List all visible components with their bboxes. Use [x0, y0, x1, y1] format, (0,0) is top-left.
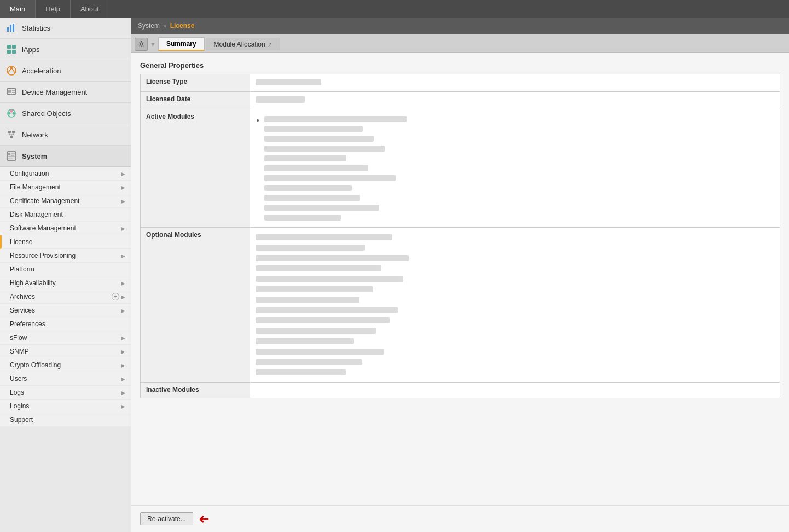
svg-rect-6	[12, 50, 16, 54]
svg-rect-26	[8, 153, 10, 155]
arrow-icon: ▶	[121, 280, 125, 286]
svg-rect-5	[7, 50, 11, 54]
svg-rect-10	[8, 90, 11, 93]
shared-icon	[5, 107, 18, 119]
sidebar-item-device-management[interactable]: Device Management	[0, 82, 131, 103]
shared-objects-label: Shared Objects	[22, 109, 71, 118]
sidebar-item-archives[interactable]: Archives + ▶	[0, 290, 131, 304]
sidebar-item-sflow[interactable]: sFlow ▶	[0, 331, 131, 345]
tab-module-allocation[interactable]: Module Allocation ↗	[206, 38, 280, 50]
tab-summary[interactable]: Summary	[158, 37, 205, 51]
sidebar-item-platform[interactable]: Platform	[0, 263, 131, 276]
arrow-icon: ▶	[121, 390, 125, 396]
svg-rect-18	[8, 131, 11, 133]
active-modules-content	[256, 113, 774, 224]
device-icon	[5, 86, 18, 98]
sidebar-item-snmp[interactable]: SNMP ▶	[0, 345, 131, 358]
table-row-inactive-modules: Inactive Modules	[141, 383, 780, 398]
sidebar-item-configuration[interactable]: Configuration ▶	[0, 167, 131, 181]
optional-modules-content	[256, 231, 774, 379]
sidebar-item-users[interactable]: Users ▶	[0, 372, 131, 386]
table-row-licensed-date: Licensed Date	[141, 92, 780, 109]
arrow-icon: ▶	[121, 335, 125, 341]
table-row-license-type: License Type	[141, 74, 780, 92]
sidebar-item-iapps[interactable]: iApps	[0, 39, 131, 60]
arrow-icon: ▶	[121, 294, 125, 300]
sidebar-item-services[interactable]: Services ▶	[0, 304, 131, 317]
svg-point-31	[140, 43, 143, 45]
license-type-label: License Type	[141, 74, 250, 92]
chart-icon	[5, 22, 18, 34]
properties-table: License Type Licensed Date A	[140, 74, 780, 398]
svg-point-16	[13, 112, 15, 115]
statistics-label: Statistics	[22, 24, 50, 32]
license-type-value	[250, 74, 780, 92]
sidebar-item-crypto-offloading[interactable]: Crypto Offloading ▶	[0, 358, 131, 372]
reactivate-button[interactable]: Re-activate...	[140, 512, 193, 525]
inactive-modules-value	[250, 383, 780, 398]
arrow-icon: ▶	[121, 225, 125, 232]
arrow-icon: ▶	[121, 362, 125, 368]
sidebar-item-logs[interactable]: Logs ▶	[0, 386, 131, 400]
tab-dropdown-arrow[interactable]: ▼	[150, 41, 156, 48]
licensed-date-value	[250, 92, 780, 109]
arrow-icon: ▶	[121, 184, 125, 190]
sidebar-item-statistics[interactable]: Statistics	[0, 18, 131, 39]
svg-rect-2	[13, 24, 14, 32]
top-nav-bar: Main Help About	[0, 0, 789, 18]
system-icon	[5, 150, 18, 162]
gear-button[interactable]	[135, 38, 148, 51]
sidebar-item-resource-provisioning[interactable]: Resource Provisioning ▶	[0, 249, 131, 263]
active-modules-label: Active Modules	[141, 109, 250, 228]
arrow-icon: ▶	[121, 253, 125, 259]
sidebar-item-support[interactable]: Support	[0, 413, 131, 427]
svg-point-8	[10, 67, 13, 69]
arrow-icon: ▶	[121, 376, 125, 382]
sidebar-item-license[interactable]: License	[0, 235, 131, 249]
sidebar-item-file-management[interactable]: File Management ▶	[0, 181, 131, 194]
breadcrumb-parent: System	[138, 22, 160, 30]
svg-rect-20	[10, 136, 13, 138]
main-layout: Statistics iApps Acceleration Device Man…	[0, 18, 789, 532]
sidebar-item-software-management[interactable]: Software Management ▶	[0, 222, 131, 235]
external-link-icon: ↗	[268, 42, 272, 48]
tab-bar: ▼ Summary Module Allocation ↗	[131, 34, 789, 53]
sidebar-item-preferences[interactable]: Preferences	[0, 317, 131, 331]
sidebar-item-certificate-management[interactable]: Certificate Management ▶	[0, 194, 131, 208]
svg-rect-29	[8, 156, 15, 157]
inactive-modules-empty	[256, 386, 774, 395]
sidebar: Statistics iApps Acceleration Device Man…	[0, 18, 131, 532]
svg-rect-0	[7, 27, 9, 32]
licensed-date-blurred	[256, 96, 305, 103]
iapps-label: iApps	[22, 45, 40, 54]
sidebar-system-header[interactable]: System	[0, 146, 131, 167]
nav-tab-help[interactable]: Help	[36, 0, 71, 18]
sidebar-item-acceleration[interactable]: Acceleration	[0, 60, 131, 82]
network-label: Network	[22, 131, 48, 139]
add-circle-icon: +	[112, 293, 119, 300]
active-modules-value	[250, 109, 780, 228]
svg-rect-27	[11, 153, 15, 154]
arrow-indicator: ➜	[199, 511, 210, 527]
iapps-icon	[5, 43, 18, 55]
nav-tab-about[interactable]: About	[71, 0, 109, 18]
nav-tab-main[interactable]: Main	[0, 0, 36, 18]
table-row-optional-modules: Optional Modules	[141, 228, 780, 383]
optional-modules-label: Optional Modules	[141, 228, 250, 383]
network-icon	[5, 129, 18, 141]
arrow-icon: ▶	[121, 198, 125, 204]
acceleration-icon	[5, 65, 18, 77]
arrow-icon: ▶	[121, 171, 125, 177]
sidebar-item-disk-management[interactable]: Disk Management	[0, 208, 131, 222]
svg-rect-30	[8, 158, 13, 159]
sidebar-item-network[interactable]: Network	[0, 124, 131, 146]
system-label: System	[22, 152, 47, 160]
footer-area: Re-activate... ➜	[131, 505, 789, 532]
sidebar-item-shared-objects[interactable]: Shared Objects	[0, 103, 131, 124]
svg-rect-12	[12, 92, 15, 93]
sidebar-item-high-availability[interactable]: High Availability ▶	[0, 276, 131, 290]
sidebar-item-logins[interactable]: Logins ▶	[0, 400, 131, 413]
content-area: System » License ▼ Summary Module Alloca…	[131, 18, 789, 532]
svg-rect-13	[10, 94, 13, 95]
sidebar-sub-items: Configuration ▶ File Management ▶ Certif…	[0, 167, 131, 427]
